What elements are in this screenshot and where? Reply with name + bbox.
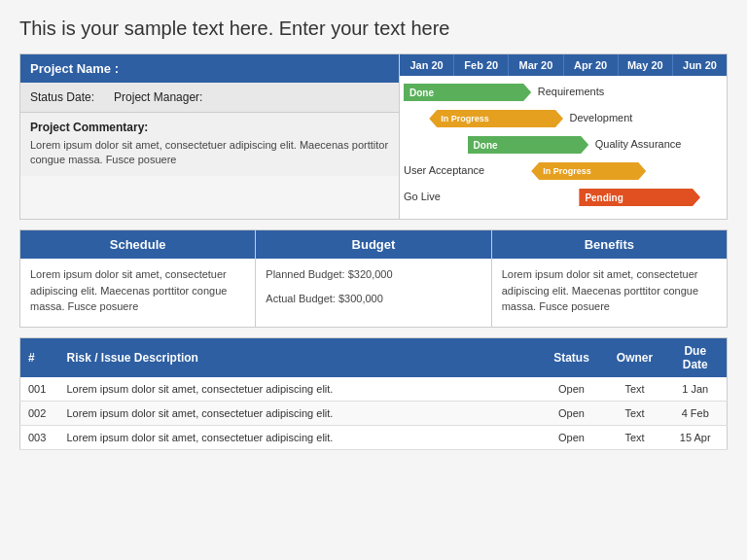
risk-status: Open [538,377,606,402]
actual-budget: Actual Budget: $300,000 [266,291,480,307]
commentary-text: Lorem ipsum dolor sit amet, consectetuer… [30,138,389,168]
gantt-bar-container-3: Done Quality Assurance [404,134,723,156]
gantt-bar-container-1: Done Requirements [404,82,723,103]
status-row: Status Date: Project Manager: [20,83,399,113]
col-status: Status [538,338,606,378]
schedule-body: Lorem ipsum dolor sit amet, consectetuer… [20,259,255,327]
risk-owner: Text [606,377,664,402]
risk-status: Open [538,426,606,450]
risk-table-row: 002 Lorem ipsum dolor sit amet, consecte… [20,402,728,426]
gantt-row-development: In Progress Development [404,108,723,129]
risk-table: # Risk / Issue Description Status Owner … [19,337,728,450]
col-description: Risk / Issue Description [59,338,538,378]
gantt-header: Jan 20 Feb 20 Mar 20 Apr 20 May 20 Jun 2… [400,54,727,76]
risk-num: 003 [20,426,59,450]
gantt-row-golive: Go Live Pending [404,187,723,208]
commentary-label: Project Commentary: [30,121,389,134]
col-due-date: Due Date [664,338,728,378]
benefits-header: Benefits [492,230,727,259]
project-name-label: Project Name : [30,61,119,76]
risk-table-row: 003 Lorem ipsum dolor sit amet, consecte… [20,426,728,450]
status-date-item: Status Date: [30,90,94,104]
risk-owner: Text [606,402,664,426]
gantt-month-mar: Mar 20 [509,54,563,76]
gantt-bar-development: In Progress [429,110,563,127]
gantt-label-uat-prefix: User Acceptance [404,164,484,176]
risk-status: Open [538,402,606,426]
gantt-month-feb: Feb 20 [454,54,509,76]
page-title: This is your sample text here. Enter you… [19,18,728,40]
gantt-month-jan: Jan 20 [400,54,454,76]
gantt-label-requirements: Requirements [538,86,604,97]
gantt-row-requirements: Done Requirements [404,82,723,103]
gantt-label-development: Development [570,112,633,123]
schedule-header: Schedule [20,230,255,259]
budget-col: Budget Planned Budget: $320,000 Actual B… [256,230,491,327]
benefits-body: Lorem ipsum dolor sit amet, consectetuer… [492,259,727,327]
col-number: # [20,338,59,378]
risk-due: 15 Apr [664,426,728,450]
budget-body: Planned Budget: $320,000 Actual Budget: … [256,259,490,327]
project-manager-item: Project Manager: [114,90,202,104]
risk-due: 1 Jan [664,377,728,402]
risk-num: 002 [20,402,59,426]
risk-due: 4 Feb [664,402,728,426]
risk-desc: Lorem ipsum dolor sit amet, consectetuer… [59,426,538,450]
gantt-month-may: May 20 [619,54,673,76]
gantt-bar-qa: Done [468,136,589,154]
project-name-header: Project Name : [20,54,399,83]
schedule-col: Schedule Lorem ipsum dolor sit amet, con… [20,230,256,327]
left-panel: Project Name : Status Date: Project Mana… [20,54,400,219]
gantt-bar-requirements: Done [404,84,531,101]
gantt-bar-container-2: In Progress Development [404,108,723,129]
gantt-label-qa: Quality Assurance [595,138,682,150]
budget-header: Budget [256,230,490,259]
gantt-bar-container-4: User Acceptance In Progress [404,160,723,182]
risk-table-header-row: # Risk / Issue Description Status Owner … [20,338,728,378]
benefits-col: Benefits Lorem ipsum dolor sit amet, con… [492,230,727,327]
risk-num: 001 [20,377,59,402]
commentary-section: Project Commentary: Lorem ipsum dolor si… [20,113,399,176]
gantt-bar-uat: In Progress [531,162,646,180]
gantt-body: Done Requirements In Progress Developmen… [400,76,727,219]
gantt-bar-golive: Pending [579,189,700,206]
mid-section: Schedule Lorem ipsum dolor sit amet, con… [19,229,728,328]
gantt-month-apr: Apr 20 [564,54,619,76]
risk-owner: Text [606,426,664,450]
gantt-month-jun: Jun 20 [673,54,727,76]
risk-desc: Lorem ipsum dolor sit amet, consectetuer… [59,377,538,402]
gantt-row-qa: Done Quality Assurance [404,134,723,156]
col-owner: Owner [606,338,664,378]
gantt-panel: Jan 20 Feb 20 Mar 20 Apr 20 May 20 Jun 2… [400,54,727,219]
risk-table-row: 001 Lorem ipsum dolor sit amet, consecte… [20,377,728,402]
gantt-row-uat: User Acceptance In Progress [404,160,723,182]
gantt-label-golive-prefix: Go Live [404,191,441,202]
top-section: Project Name : Status Date: Project Mana… [19,53,728,220]
planned-budget: Planned Budget: $320,000 [266,266,480,283]
gantt-bar-container-5: Go Live Pending [404,187,723,208]
risk-desc: Lorem ipsum dolor sit amet, consectetuer… [59,402,538,426]
